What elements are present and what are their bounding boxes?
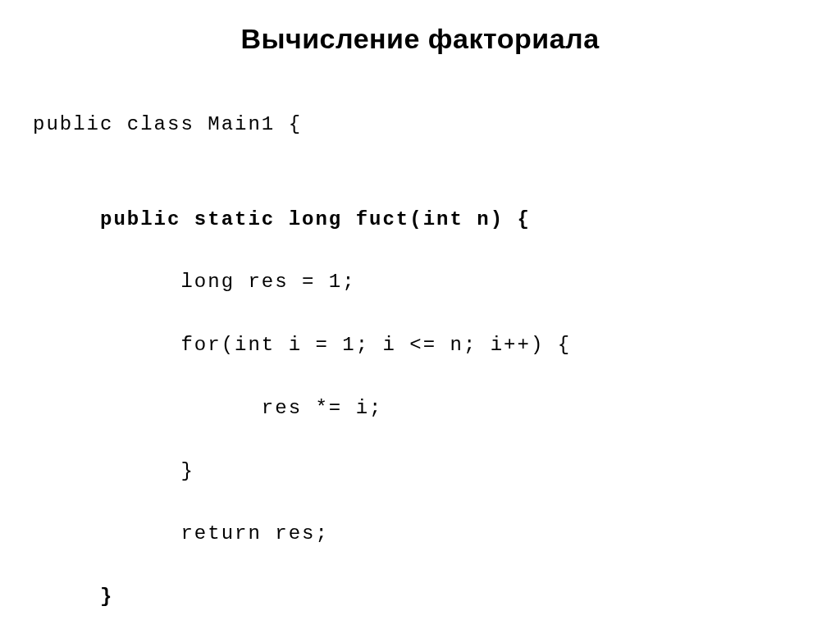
code-line: } <box>33 456 807 487</box>
code-line: res *= i; <box>33 393 807 424</box>
code-line: long res = 1; <box>33 267 807 298</box>
code-listing: public class Main1 { public static long … <box>33 78 807 629</box>
page-title: Вычисление факториала <box>33 23 807 55</box>
code-line: for(int i = 1; i <= n; i++) { <box>33 330 807 361</box>
code-line: return res; <box>33 518 807 549</box>
code-line: public static long fuct(int n) { <box>33 204 807 235</box>
code-line: } <box>33 581 807 613</box>
code-line: public class Main1 { <box>33 109 807 140</box>
